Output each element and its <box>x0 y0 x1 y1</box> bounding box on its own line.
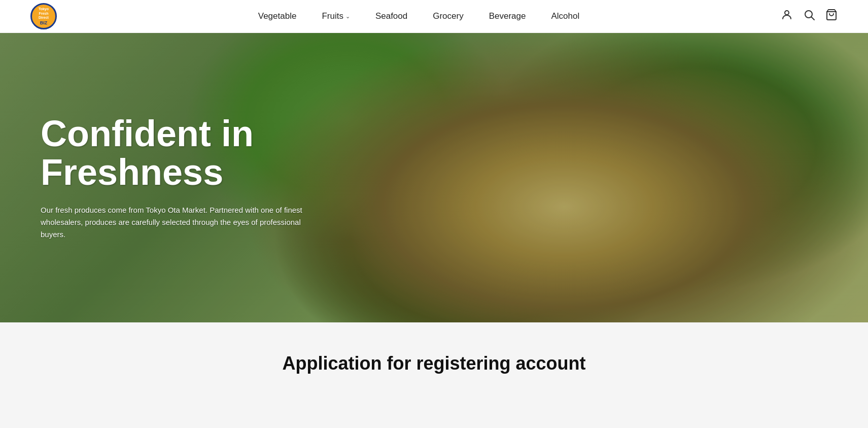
search-icon[interactable] <box>803 9 815 24</box>
hero-title-line1: Confident in <box>41 113 254 154</box>
nav-label-fruits: Fruits <box>322 11 343 21</box>
nav-item-vegetable[interactable]: Vegetable <box>258 11 297 21</box>
nav-label-grocery: Grocery <box>433 11 463 21</box>
logo-text: TokyoFreshDirect <box>39 7 49 20</box>
hero-content: Confident in Freshness Our fresh produce… <box>0 33 477 322</box>
cart-icon[interactable] <box>825 9 838 24</box>
nav-item-seafood[interactable]: Seafood <box>375 11 407 21</box>
below-hero-section: Application for registering account <box>0 322 868 389</box>
nav-label-alcohol: Alcohol <box>551 11 579 21</box>
nav-label-beverage: Beverage <box>489 11 526 21</box>
hero-title: Confident in Freshness <box>41 115 437 191</box>
nav-label-vegetable: Vegetable <box>258 11 297 21</box>
header-icons <box>781 9 838 24</box>
hero-title-line2: Freshness <box>41 152 223 192</box>
chevron-down-icon: ⌄ <box>345 13 350 20</box>
account-icon[interactable] <box>781 9 793 24</box>
hero-section: Confident in Freshness Our fresh produce… <box>0 33 868 322</box>
nav-item-fruits[interactable]: Fruits ⌄ <box>322 11 350 21</box>
header: TokyoFreshDirect BIZ Vegetable Fruits ⌄ … <box>0 0 868 33</box>
nav-item-alcohol[interactable]: Alcohol <box>551 11 579 21</box>
logo-biz: BIZ <box>40 20 48 25</box>
nav-item-grocery[interactable]: Grocery <box>433 11 463 21</box>
hero-subtitle: Our fresh produces come from Tokyo Ota M… <box>41 204 304 241</box>
main-nav: Vegetable Fruits ⌄ Seafood Grocery Bever… <box>57 11 781 21</box>
section-title: Application for registering account <box>0 353 868 374</box>
nav-label-seafood: Seafood <box>375 11 407 21</box>
svg-point-0 <box>785 11 789 15</box>
nav-item-beverage[interactable]: Beverage <box>489 11 526 21</box>
logo[interactable]: TokyoFreshDirect BIZ <box>30 3 57 29</box>
svg-line-2 <box>812 17 815 20</box>
